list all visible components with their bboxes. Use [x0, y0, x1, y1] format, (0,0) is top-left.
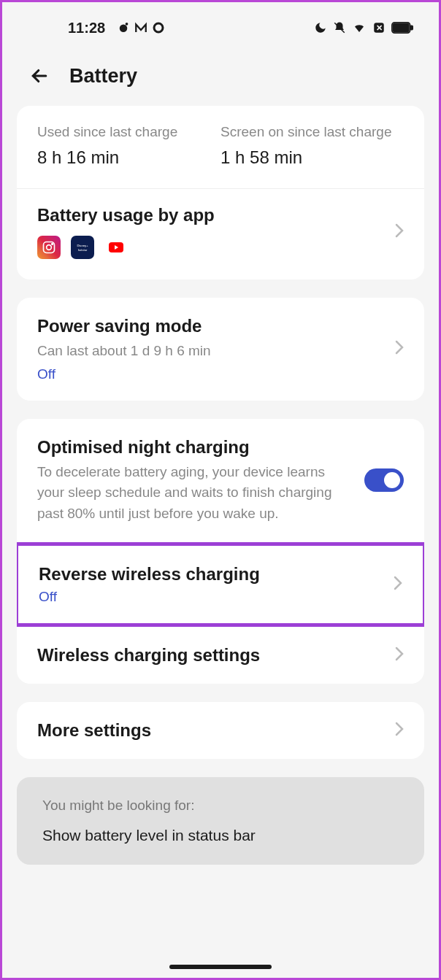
screen-value: 1 h 58 min	[220, 147, 404, 168]
svg-rect-8	[410, 26, 413, 29]
reverse-wireless-content: Reverse wireless charging Off	[39, 564, 394, 605]
toggle-knob	[384, 472, 400, 488]
svg-point-11	[52, 244, 53, 245]
reverse-wireless-row[interactable]: Reverse wireless charging Off	[18, 546, 423, 623]
svg-point-0	[120, 25, 128, 33]
status-bar: 11:28 ✕	[2, 2, 439, 46]
usage-content: Battery usage by app Disney+hotstar	[37, 205, 395, 259]
youtube-icon	[104, 236, 128, 259]
more-settings-content: More settings	[37, 720, 395, 741]
battery-usage-row[interactable]: Battery usage by app Disney+hotstar	[17, 189, 424, 279]
status-icons-left	[117, 21, 165, 34]
night-charging-toggle[interactable]	[364, 468, 404, 492]
page-title: Battery	[69, 65, 137, 88]
status-time: 11:28	[68, 20, 105, 36]
usage-title: Battery usage by app	[37, 205, 395, 225]
night-charging-subtitle: To decelerate battery aging, your device…	[37, 462, 353, 525]
wireless-settings-content: Wireless charging settings	[37, 645, 395, 665]
moon-icon	[314, 21, 327, 34]
chevron-right-icon	[395, 340, 404, 358]
chevron-right-icon	[394, 576, 402, 594]
svg-text:Disney+: Disney+	[77, 244, 88, 247]
chevron-right-icon	[395, 647, 404, 665]
svg-point-1	[126, 23, 129, 26]
used-value: 8 h 16 min	[37, 147, 220, 168]
svg-point-2	[154, 23, 163, 32]
charge-stats-card: Used since last charge 8 h 16 min Screen…	[17, 106, 424, 279]
status-right: ✕	[314, 21, 413, 34]
power-saving-content: Power saving mode Can last about 1 d 9 h…	[37, 316, 395, 382]
header: Battery	[2, 46, 439, 106]
power-saving-status: Off	[37, 366, 384, 382]
m-icon	[134, 21, 147, 34]
power-saving-subtitle: Can last about 1 d 9 h 6 min	[37, 341, 384, 362]
power-saving-card: Power saving mode Can last about 1 d 9 h…	[17, 298, 424, 401]
chevron-right-icon	[395, 223, 404, 242]
instagram-icon	[37, 236, 61, 259]
screen-on-since-charge: Screen on since last charge 1 h 58 min	[220, 124, 404, 168]
battery-icon	[391, 21, 413, 34]
wireless-settings-title: Wireless charging settings	[37, 645, 384, 665]
more-settings-row[interactable]: More settings	[17, 702, 424, 759]
hotstar-icon: Disney+hotstar	[71, 236, 94, 259]
bell-off-icon	[333, 21, 346, 34]
screen-label: Screen on since last charge	[220, 124, 404, 140]
more-settings-title: More settings	[37, 720, 384, 741]
night-charging-row[interactable]: Optimised night charging To decelerate b…	[17, 419, 424, 543]
arrow-left-icon	[28, 65, 50, 87]
night-charging-title: Optimised night charging	[37, 437, 353, 458]
chevron-right-icon	[395, 722, 404, 740]
signal-icon: ✕	[372, 21, 386, 34]
svg-point-10	[47, 245, 52, 250]
status-left: 11:28	[68, 20, 165, 36]
night-charging-content: Optimised night charging To decelerate b…	[37, 437, 364, 525]
power-saving-title: Power saving mode	[37, 316, 384, 336]
svg-text:✕: ✕	[376, 23, 383, 32]
used-since-charge: Used since last charge 8 h 16 min	[37, 124, 220, 168]
back-button[interactable]	[28, 64, 51, 88]
more-settings-card: More settings	[17, 702, 424, 759]
app-icons: Disney+hotstar	[37, 236, 395, 259]
content: Used since last charge 8 h 16 min Screen…	[2, 106, 439, 865]
power-saving-row[interactable]: Power saving mode Can last about 1 d 9 h…	[17, 298, 424, 401]
highlight-box: Reverse wireless charging Off	[17, 542, 424, 627]
suggestion-label: You might be looking for:	[42, 798, 399, 814]
reverse-wireless-title: Reverse wireless charging	[39, 564, 383, 584]
suggestion-text: Show battery level in status bar	[42, 827, 399, 844]
used-label: Used since last charge	[37, 124, 220, 140]
wifi-icon	[352, 21, 367, 34]
charging-card: Optimised night charging To decelerate b…	[17, 419, 424, 684]
svg-rect-7	[394, 24, 409, 32]
reverse-wireless-status: Off	[39, 589, 383, 605]
reddit-icon	[117, 21, 130, 34]
wireless-settings-row[interactable]: Wireless charging settings	[17, 627, 424, 684]
suggestion-card[interactable]: You might be looking for: Show battery l…	[17, 777, 424, 865]
circle-icon	[152, 21, 165, 34]
charge-stats: Used since last charge 8 h 16 min Screen…	[17, 106, 424, 189]
svg-text:hotstar: hotstar	[78, 248, 88, 252]
home-indicator[interactable]	[169, 965, 272, 969]
